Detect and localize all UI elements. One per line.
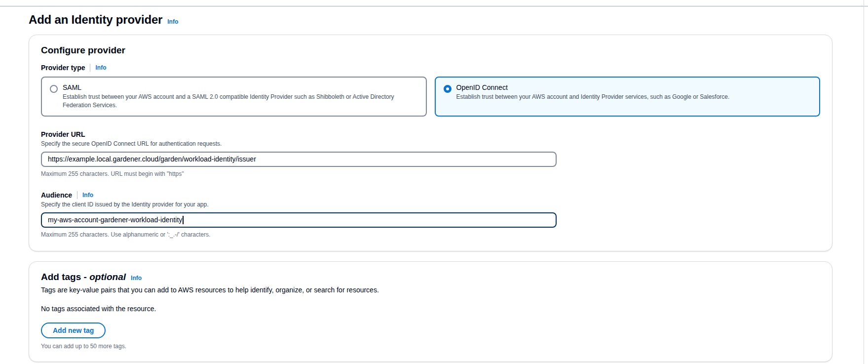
provider-url-input[interactable]: https://example.local.gardener.cloud/gar… xyxy=(41,152,557,167)
tile-openid-connect[interactable]: OpenID Connect Establish trust between y… xyxy=(435,77,821,117)
provider-url-description: Specify the secure OpenID Connect URL fo… xyxy=(41,140,820,147)
add-new-tag-button[interactable]: Add new tag xyxy=(41,323,106,338)
tile-openid-label: OpenID Connect xyxy=(456,83,730,91)
add-tags-heading: Add tags - optional xyxy=(41,272,126,283)
provider-url-label: Provider URL xyxy=(41,130,820,138)
page-content: Add an Identity provider Info Configure … xyxy=(29,6,833,364)
page-header: Add an Identity provider Info xyxy=(29,13,833,27)
audience-constraint: Maximum 255 characters. Use alphanumeric… xyxy=(41,231,820,238)
audience-value: my-aws-account-gardener-workload-identit… xyxy=(48,216,182,224)
add-tags-card: Add tags - optional Info Tags are key-va… xyxy=(29,261,832,362)
audience-description: Specify the client ID issued by the Iden… xyxy=(41,201,820,208)
no-tags-text: No tags associated with the resource. xyxy=(41,305,820,313)
tile-saml[interactable]: SAML Establish trust between your AWS ac… xyxy=(41,77,427,117)
page-title: Add an Identity provider xyxy=(29,13,162,27)
radio-icon[interactable] xyxy=(50,85,58,93)
audience-input[interactable]: my-aws-account-gardener-workload-identit… xyxy=(41,212,557,228)
text-caret xyxy=(183,216,184,224)
radio-selected-icon[interactable] xyxy=(444,85,452,93)
audience-label-row: Audience Info xyxy=(41,191,820,199)
add-tags-heading-optional: optional xyxy=(89,272,126,282)
provider-url-value: https://example.local.gardener.cloud/gar… xyxy=(48,155,256,163)
audience-label: Audience xyxy=(41,191,72,199)
tile-openid-text: OpenID Connect Establish trust between y… xyxy=(456,83,730,110)
provider-url-section: Provider URL Specify the secure OpenID C… xyxy=(41,130,820,177)
add-tags-heading-row: Add tags - optional Info xyxy=(41,272,820,283)
provider-type-info-link[interactable]: Info xyxy=(95,64,106,71)
provider-type-tiles: SAML Establish trust between your AWS ac… xyxy=(41,77,820,117)
audience-info-link[interactable]: Info xyxy=(82,192,93,199)
label-divider xyxy=(90,64,90,72)
tags-limit-text: You can add up to 50 more tags. xyxy=(41,343,820,350)
tile-saml-text: SAML Establish trust between your AWS ac… xyxy=(63,83,418,110)
add-tags-info-link[interactable]: Info xyxy=(131,275,142,282)
provider-type-label-row: Provider type Info xyxy=(41,64,820,72)
tile-saml-description: Establish trust between your AWS account… xyxy=(63,93,418,110)
add-tags-description: Tags are key-value pairs that you can ad… xyxy=(41,286,820,294)
provider-type-label: Provider type xyxy=(41,64,85,72)
configure-provider-heading: Configure provider xyxy=(41,45,820,56)
configure-provider-card: Configure provider Provider type Info SA… xyxy=(29,35,832,251)
label-divider xyxy=(77,191,77,199)
provider-url-constraint: Maximum 255 characters. URL must begin w… xyxy=(41,170,820,177)
tile-openid-description: Establish trust between your AWS account… xyxy=(456,93,730,101)
audience-section: Audience Info Specify the client ID issu… xyxy=(41,191,820,238)
panel-divider xyxy=(864,0,864,364)
tile-saml-label: SAML xyxy=(63,83,418,91)
page-title-info-link[interactable]: Info xyxy=(167,18,178,25)
